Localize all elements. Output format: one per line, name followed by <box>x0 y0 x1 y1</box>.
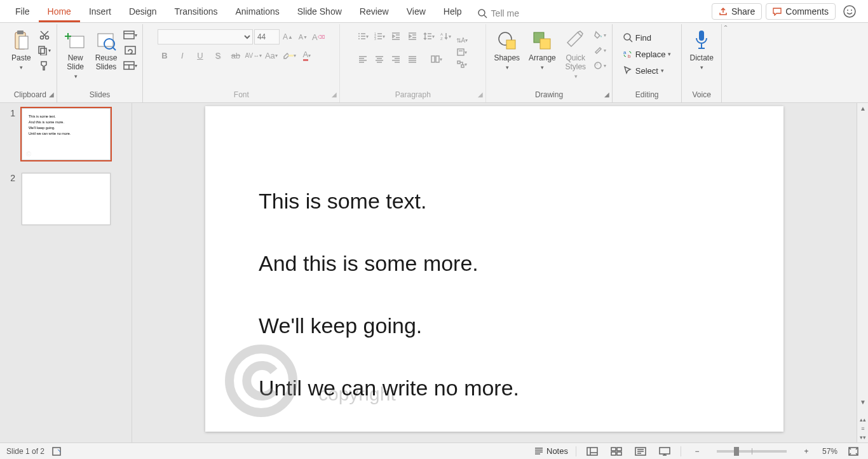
shape-effects-button[interactable]: ▾ <box>593 58 607 72</box>
fit-marker[interactable]: ≡ <box>861 425 864 434</box>
notes-button[interactable]: Notes <box>534 443 568 460</box>
arrange-button[interactable]: Arrange <box>525 27 560 73</box>
tab-design[interactable]: Design <box>120 1 166 22</box>
font-size-input[interactable] <box>254 29 280 45</box>
drawing-launcher[interactable]: ◢ <box>604 90 609 100</box>
tab-view[interactable]: View <box>398 1 435 22</box>
decrease-indent-button[interactable] <box>389 29 403 43</box>
feedback-smiley-icon[interactable] <box>843 4 857 18</box>
shape-fill-button[interactable]: ▾ <box>593 28 607 42</box>
layout-button[interactable]: ▾ <box>123 28 137 42</box>
text-direction-button[interactable]: ⇅A▾ <box>455 34 469 46</box>
paste-button[interactable]: Paste <box>8 27 35 73</box>
underline-button[interactable]: U <box>193 48 207 62</box>
quick-styles-icon <box>565 30 587 51</box>
find-button[interactable]: Find <box>619 29 655 46</box>
replace-button[interactable]: abReplace▾ <box>619 46 675 62</box>
numbering-button[interactable]: 123▾ <box>372 29 386 43</box>
zoom-slider[interactable] <box>717 450 787 453</box>
bullets-button[interactable]: ▾ <box>356 29 370 43</box>
strikethrough-button[interactable]: ab <box>229 48 243 62</box>
slide-canvas[interactable]: This is some text. And this is some more… <box>205 106 783 432</box>
columns-button[interactable]: ▾ <box>430 52 444 66</box>
svg-text:3: 3 <box>374 37 376 41</box>
new-slide-button[interactable]: New Slide <box>61 27 90 82</box>
line-spacing-button[interactable]: ▾ <box>422 29 436 43</box>
svg-rect-59 <box>617 452 621 455</box>
italic-button[interactable]: I <box>175 48 189 62</box>
shape-outline-button[interactable]: ▾ <box>593 43 607 57</box>
tell-me-search[interactable]: Tell me <box>471 8 526 22</box>
reset-button[interactable] <box>123 43 137 57</box>
thumbnail-slide-1[interactable]: 1 This is some text. And this is some mo… <box>6 108 125 160</box>
section-button[interactable]: ▾ <box>123 58 137 72</box>
svg-line-47 <box>630 39 632 42</box>
prev-slide-button[interactable]: ▴▴ <box>860 416 866 425</box>
tab-help[interactable]: Help <box>435 1 471 22</box>
shapes-button[interactable]: Shapes <box>490 27 524 73</box>
tab-file[interactable]: File <box>6 1 39 22</box>
zoom-out-button[interactable]: − <box>689 445 705 458</box>
justify-button[interactable] <box>405 52 419 66</box>
tab-transitions[interactable]: Transitions <box>166 1 227 22</box>
tab-insert[interactable]: Insert <box>80 1 120 22</box>
normal-view-button[interactable] <box>584 445 600 458</box>
scroll-down-button[interactable]: ▼ <box>857 397 868 408</box>
share-button[interactable]: Share <box>712 3 762 20</box>
clear-formatting-button[interactable]: A⌫ <box>311 30 325 44</box>
character-spacing-button[interactable]: AV↔▾ <box>247 48 261 62</box>
dictate-button[interactable]: Dictate <box>686 27 717 73</box>
line-spacing-icon <box>423 32 432 41</box>
quick-styles-button[interactable]: Quick Styles <box>561 27 590 82</box>
watermark-text: copyright <box>318 383 396 405</box>
reuse-slides-button[interactable]: Reuse Slides <box>92 27 121 72</box>
cut-button[interactable] <box>37 28 51 42</box>
slide-indicator[interactable]: Slide 1 of 2 <box>6 447 44 456</box>
highlight-button[interactable]: ▾ <box>282 48 296 62</box>
align-left-button[interactable] <box>356 52 370 66</box>
tab-animations[interactable]: Animations <box>226 1 288 22</box>
slide-editor[interactable]: This is some text. And this is some more… <box>132 103 857 442</box>
decrease-font-button[interactable]: A▼ <box>296 30 310 44</box>
comments-button[interactable]: Comments <box>766 3 836 20</box>
thumb-number: 2 <box>6 173 15 225</box>
format-painter-button[interactable] <box>37 58 51 72</box>
align-text-icon <box>457 48 465 56</box>
scroll-up-button[interactable]: ▲ <box>857 103 868 114</box>
paragraph-launcher[interactable]: ◢ <box>478 90 483 100</box>
tab-home[interactable]: Home <box>39 1 80 22</box>
smartart-button[interactable]: ▾ <box>455 58 469 70</box>
font-name-select[interactable] <box>158 29 253 45</box>
increase-indent-button[interactable] <box>405 29 419 43</box>
sorter-view-button[interactable] <box>608 445 625 458</box>
sort-button[interactable]: AZ▾ <box>438 29 452 43</box>
select-button[interactable]: Select▾ <box>619 62 668 79</box>
fit-to-window-button[interactable] <box>845 445 862 458</box>
svg-text:Z: Z <box>440 37 443 41</box>
thumbnail-slide-2[interactable]: 2 <box>6 173 125 225</box>
align-right-button[interactable] <box>389 52 403 66</box>
collapse-ribbon-button[interactable]: ˆ <box>724 24 728 34</box>
tab-review[interactable]: Review <box>351 1 398 22</box>
vertical-scrollbar[interactable]: ▲ ▼ ▴▴ ≡ ▾▾ <box>857 103 868 442</box>
svg-point-26 <box>358 38 360 39</box>
change-case-button[interactable]: Aa▾ <box>264 48 278 62</box>
copy-button[interactable]: ▾ <box>37 43 51 57</box>
font-color-button[interactable]: A▾ <box>300 48 314 62</box>
align-center-button[interactable] <box>372 52 386 66</box>
shadow-button[interactable]: S <box>211 48 225 62</box>
columns-icon <box>431 55 440 64</box>
clipboard-launcher[interactable]: ◢ <box>49 90 54 100</box>
slideshow-view-button[interactable] <box>656 445 673 458</box>
bold-button[interactable]: B <box>158 48 172 62</box>
zoom-level[interactable]: 57% <box>822 447 837 456</box>
align-text-button[interactable]: ▾ <box>455 46 469 58</box>
tab-slideshow[interactable]: Slide Show <box>288 1 351 22</box>
reading-view-button[interactable] <box>632 445 649 458</box>
next-slide-button[interactable]: ▾▾ <box>860 434 866 442</box>
increase-font-button[interactable]: A▲ <box>281 30 295 44</box>
font-launcher[interactable]: ◢ <box>332 90 337 100</box>
accessibility-button[interactable] <box>52 447 62 456</box>
zoom-in-button[interactable]: + <box>798 445 815 458</box>
highlight-icon <box>282 51 288 60</box>
